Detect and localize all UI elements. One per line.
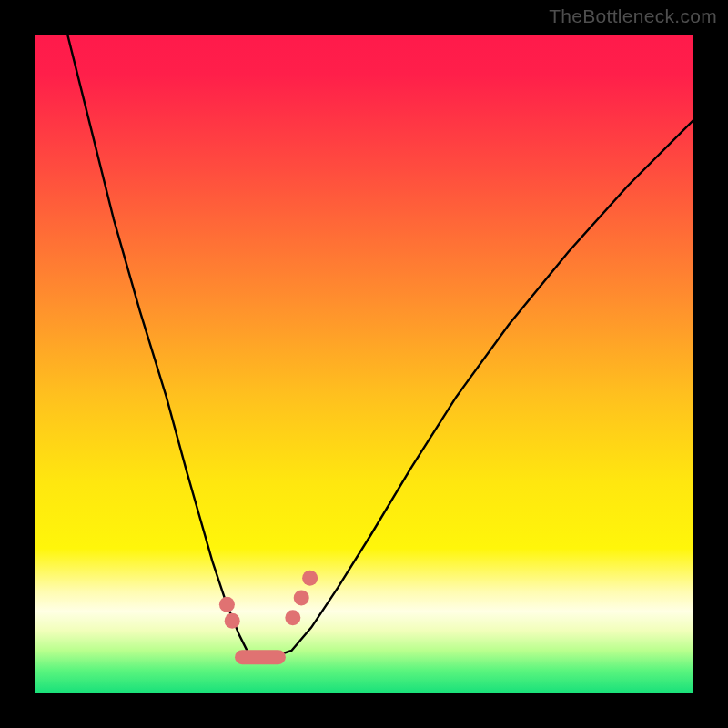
marker-dot — [219, 597, 235, 612]
watermark-text: TheBottleneck.com — [549, 5, 717, 27]
chart-frame: TheBottleneck.com — [0, 0, 728, 728]
marker-dot — [285, 610, 300, 625]
bottleneck-chart — [35, 35, 693, 693]
marker-dot — [294, 591, 309, 606]
marker-dot — [302, 571, 318, 586]
gradient-background — [35, 35, 693, 693]
plot-area — [35, 35, 693, 693]
marker-dot — [225, 613, 240, 629]
